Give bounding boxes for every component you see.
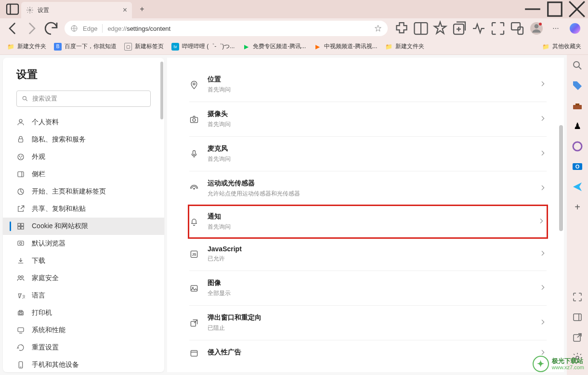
performance-icon[interactable] (470, 20, 488, 37)
page-icon: ▢ (124, 43, 132, 51)
forward-button[interactable] (23, 20, 40, 37)
setting-subtitle: 首先询问 (208, 86, 530, 94)
setting-row[interactable]: 弹出窗口和重定向 已阻止 (189, 306, 547, 340)
chevron-right-icon (539, 149, 547, 159)
sidebar-item[interactable]: 默认浏览器 (3, 235, 164, 252)
collections-icon[interactable] (450, 20, 469, 37)
setting-row[interactable]: 图像 全部显示 (189, 271, 547, 306)
folder-icon: 📁 (385, 43, 392, 51)
menu-icon[interactable]: ··· (547, 20, 565, 37)
content-area: 设置 搜索设置 个人资料隐私、搜索和服务外观侧栏开始、主页和新建标签页共享、复制… (0, 55, 588, 375)
tab-actions-button[interactable] (4, 0, 21, 18)
svg-rect-19 (19, 139, 23, 142)
favorites-icon[interactable] (431, 20, 449, 37)
split-screen-icon[interactable] (412, 20, 430, 37)
scrollbar[interactable] (160, 62, 163, 119)
svg-rect-29 (18, 227, 20, 229)
games-icon[interactable]: ♟ (572, 120, 583, 132)
nav-icon (16, 187, 25, 196)
setting-icon (189, 217, 199, 227)
hide-sidebar-icon[interactable] (572, 311, 583, 323)
favorite-icon[interactable] (374, 25, 382, 32)
sidebar-item[interactable]: 手机和其他设备 (3, 356, 164, 372)
sidebar-item[interactable]: 开始、主页和新建标签页 (3, 183, 164, 200)
search-icon[interactable] (572, 60, 583, 71)
profile-icon[interactable] (527, 20, 546, 37)
bookmark-item[interactable]: tv哔哩哔哩 (゜-゜)つ... (171, 42, 235, 51)
setting-title: 侵入性广告 (208, 348, 530, 357)
minimize-button[interactable] (522, 0, 544, 18)
sidebar-item[interactable]: 打印机 (3, 304, 164, 322)
svg-point-53 (193, 188, 195, 189)
refresh-button[interactable] (42, 20, 60, 37)
sidebar-item[interactable]: 文语言 (3, 287, 164, 304)
nav-icon (16, 343, 25, 352)
setting-title: JavaScript (208, 245, 530, 253)
setting-row[interactable]: 摄像头 首先询问 (189, 102, 547, 137)
office-icon[interactable] (572, 141, 583, 152)
new-tab-button[interactable]: + (135, 2, 149, 16)
extensions-icon[interactable] (392, 20, 411, 37)
search-placeholder: 搜索设置 (32, 94, 57, 103)
setting-text: 侵入性广告 (208, 348, 530, 359)
chevron-right-icon (539, 318, 547, 328)
svg-point-16 (23, 96, 26, 100)
sidebar-item[interactable]: 家庭安全 (3, 270, 164, 287)
copilot-icon[interactable] (566, 20, 584, 37)
bookmark-item[interactable]: 📁新建文件夹 (7, 42, 46, 51)
bookmark-item[interactable]: ▶免费专区频道-腾讯... (242, 42, 306, 51)
setting-row[interactable]: 侵入性广告 (189, 340, 547, 366)
bookmark-item[interactable]: ▶中视频频道-腾讯视... (314, 42, 377, 51)
setting-row[interactable]: 位置 首先询问 (189, 67, 547, 102)
search-input[interactable]: 搜索设置 (16, 91, 151, 107)
svg-point-23 (20, 157, 21, 158)
sidebar-item[interactable]: Cookie 和网站权限 (3, 218, 164, 235)
nav-label: 手机和其他设备 (32, 361, 79, 369)
svg-point-2 (29, 9, 31, 11)
maximize-button[interactable] (544, 0, 566, 18)
external-icon[interactable] (572, 332, 583, 343)
bookmark-item[interactable]: 📁新建文件夹 (385, 42, 424, 51)
sidebar-item[interactable]: 系统和性能 (3, 322, 164, 339)
sidebar-item[interactable]: 共享、复制和粘贴 (3, 200, 164, 218)
settings-sidebar: 设置 搜索设置 个人资料隐私、搜索和服务外观侧栏开始、主页和新建标签页共享、复制… (3, 58, 164, 372)
screenshot-icon[interactable] (489, 20, 507, 37)
close-window-button[interactable] (566, 0, 588, 18)
sidebar-item[interactable]: 下载 (3, 252, 164, 270)
edge-sidebar: ♟ O + (567, 55, 588, 375)
address-bar[interactable]: Edge edge://settings/content (65, 21, 388, 36)
sidebar-item[interactable]: 侧栏 (3, 166, 164, 183)
shopping-tag-icon[interactable] (572, 80, 583, 91)
setting-text: 位置 首先询问 (208, 75, 530, 94)
setting-icon (189, 318, 199, 328)
bilibili-icon: tv (171, 43, 179, 51)
svg-rect-4 (548, 2, 562, 16)
setting-row[interactable]: 通知 首先询问 (188, 205, 548, 239)
outlook-icon[interactable]: O (572, 161, 583, 172)
sidebar-item[interactable]: 个人资料 (3, 114, 164, 131)
other-bookmarks[interactable]: 📁其他收藏夹 (542, 42, 581, 51)
send-icon[interactable] (572, 181, 583, 193)
setting-icon: JS (189, 249, 199, 259)
browser-tab[interactable]: 设置 × (21, 2, 132, 18)
bookmark-item[interactable]: ▢新建标签页 (124, 42, 164, 51)
bookmark-item[interactable]: B百度一下，你就知道 (54, 42, 117, 51)
nav-label: 侧栏 (32, 170, 45, 179)
gear-icon (26, 6, 34, 14)
setting-row[interactable]: 运动或光传感器 允许站点使用运动传感器和光传感器 (189, 171, 547, 206)
setting-text: JavaScript 已允许 (208, 245, 530, 263)
svg-point-61 (574, 62, 579, 67)
add-icon[interactable]: + (572, 201, 583, 213)
customize-icon[interactable] (572, 291, 583, 303)
setting-row[interactable]: 麦克风 首先询问 (189, 137, 547, 171)
send-to-device-icon[interactable] (508, 20, 526, 37)
tools-icon[interactable] (572, 100, 583, 112)
scrollbar[interactable] (559, 125, 563, 231)
setting-row[interactable]: JS JavaScript 已允许 (189, 237, 547, 271)
close-icon[interactable]: × (123, 6, 127, 14)
sidebar-item[interactable]: 外观 (3, 148, 164, 166)
nav-icon (16, 118, 25, 127)
sidebar-item[interactable]: 隐私、搜索和服务 (3, 131, 164, 148)
sidebar-item[interactable]: 重置设置 (3, 339, 164, 356)
back-button[interactable] (4, 20, 21, 37)
